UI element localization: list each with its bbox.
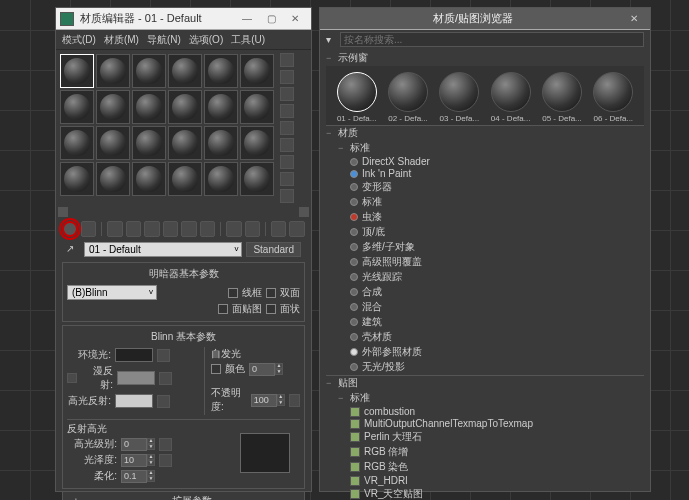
tool-map-nav-icon[interactable] [280, 189, 294, 203]
material-item[interactable]: 多维/子对象 [326, 240, 644, 255]
sample-slot[interactable] [240, 90, 274, 124]
scroll-right-icon[interactable] [299, 207, 309, 217]
get-material-button[interactable] [62, 221, 78, 237]
tool-options-icon[interactable] [280, 155, 294, 169]
material-item[interactable]: 顶/底 [326, 225, 644, 240]
tool-backlight-icon[interactable] [280, 70, 294, 84]
tool-sample-type-icon[interactable] [280, 53, 294, 67]
tool-video-check-icon[interactable] [280, 121, 294, 135]
tool-select-by-icon[interactable] [280, 172, 294, 186]
opacity-spinner[interactable]: ▲▼ [251, 394, 285, 407]
ambient-map-button[interactable] [157, 349, 170, 362]
put-to-lib-icon[interactable] [181, 221, 197, 237]
titlebar[interactable]: 材质编辑器 - 01 - Default — ▢ ✕ [56, 8, 311, 30]
faceted-checkbox[interactable] [266, 304, 276, 314]
sample-slot[interactable] [204, 126, 238, 160]
material-item[interactable]: 壳材质 [326, 330, 644, 345]
assign-to-sel-icon[interactable] [107, 221, 123, 237]
facemap-checkbox[interactable] [218, 304, 228, 314]
group-materials[interactable]: −材质 [326, 126, 644, 141]
sample-item[interactable]: 06 - Defa... [593, 72, 634, 123]
map-item[interactable]: Perlin 大理石 [326, 430, 644, 445]
sample-item[interactable]: 02 - Defa... [387, 72, 428, 123]
sample-slot[interactable] [204, 90, 238, 124]
menu-utils[interactable]: 工具(U) [231, 33, 265, 47]
map-item[interactable]: combustion [326, 406, 644, 418]
gloss-map-button[interactable] [159, 454, 172, 467]
titlebar[interactable]: 材质/贴图浏览器 ✕ [320, 8, 650, 30]
tool-preview-icon[interactable] [280, 138, 294, 152]
group-samples[interactable]: −示例窗 [326, 51, 644, 66]
sample-slot[interactable] [132, 90, 166, 124]
material-item[interactable]: 虫漆 [326, 210, 644, 225]
sample-slot[interactable] [96, 90, 130, 124]
sample-slot[interactable] [96, 126, 130, 160]
sample-slot[interactable] [168, 90, 202, 124]
map-item[interactable]: RGB 染色 [326, 460, 644, 475]
matid-icon[interactable] [200, 221, 216, 237]
sample-slot[interactable] [168, 162, 202, 196]
selfillum-spinner[interactable]: ▲▼ [249, 363, 283, 376]
sample-slot[interactable] [60, 126, 94, 160]
specular-map-button[interactable] [157, 395, 170, 408]
sample-item[interactable]: 03 - Defa... [439, 72, 480, 123]
sample-item[interactable]: 05 - Defa... [541, 72, 582, 123]
group-standard[interactable]: −标准 [326, 141, 644, 156]
map-item[interactable]: VR_天空贴图 [326, 487, 644, 500]
scroll-left-icon[interactable] [58, 207, 68, 217]
material-item[interactable]: DirectX Shader [326, 156, 644, 168]
make-unique-icon[interactable] [163, 221, 179, 237]
material-item[interactable]: 光线跟踪 [326, 270, 644, 285]
material-item[interactable]: 建筑 [326, 315, 644, 330]
search-menu-icon[interactable]: ▾ [326, 34, 336, 45]
minimize-button[interactable]: — [235, 10, 259, 28]
make-copy-icon[interactable] [144, 221, 160, 237]
sample-item[interactable]: 04 - Defa... [490, 72, 531, 123]
map-item[interactable]: VR_HDRI [326, 475, 644, 487]
sample-slot[interactable] [132, 54, 166, 88]
speclevel-map-button[interactable] [159, 438, 172, 451]
material-item[interactable]: 标准 [326, 195, 644, 210]
wire-checkbox[interactable] [228, 288, 238, 298]
specular-level-spinner[interactable]: ▲▼ [121, 438, 155, 451]
menu-options[interactable]: 选项(O) [189, 33, 223, 47]
sample-slot[interactable] [240, 54, 274, 88]
go-sibling-icon[interactable] [289, 221, 305, 237]
sample-slot[interactable] [240, 162, 274, 196]
material-item[interactable]: 高级照明覆盖 [326, 255, 644, 270]
menu-material[interactable]: 材质(M) [104, 33, 139, 47]
group-maps-standard[interactable]: −标准 [326, 391, 644, 406]
soften-spinner[interactable]: ▲▼ [121, 470, 155, 483]
ambient-swatch[interactable] [115, 348, 153, 362]
ad-lock-icon[interactable] [67, 373, 77, 383]
go-parent-icon[interactable] [271, 221, 287, 237]
selfillum-color-checkbox[interactable] [211, 364, 221, 374]
material-item[interactable]: 合成 [326, 285, 644, 300]
shader-combo[interactable]: (B)Blinn [67, 285, 157, 300]
show-end-icon[interactable] [245, 221, 261, 237]
maximize-button[interactable]: ▢ [259, 10, 283, 28]
sample-slot[interactable] [96, 162, 130, 196]
material-item[interactable]: 外部参照材质 [326, 345, 644, 360]
material-item[interactable]: 无光/投影 [326, 360, 644, 375]
material-type-button[interactable]: Standard [246, 242, 301, 257]
diffuse-map-button[interactable] [159, 372, 172, 385]
tool-background-icon[interactable] [280, 87, 294, 101]
sample-slot[interactable] [168, 126, 202, 160]
material-item[interactable]: Ink 'n Paint [326, 168, 644, 180]
twoside-checkbox[interactable] [266, 288, 276, 298]
sample-slot[interactable] [240, 126, 274, 160]
put-to-scene-icon[interactable] [81, 221, 97, 237]
group-maps[interactable]: −贴图 [326, 376, 644, 391]
pick-from-obj-icon[interactable]: ↗ [66, 243, 80, 257]
opacity-map-button[interactable] [289, 394, 300, 407]
gloss-spinner[interactable]: ▲▼ [121, 454, 155, 467]
specular-swatch[interactable] [115, 394, 153, 408]
reset-map-icon[interactable] [126, 221, 142, 237]
rollout-extended[interactable]: +扩展参数 [62, 491, 305, 500]
map-item[interactable]: RGB 倍增 [326, 445, 644, 460]
sample-slot[interactable] [60, 162, 94, 196]
sample-slot[interactable] [132, 162, 166, 196]
close-button[interactable]: ✕ [622, 10, 646, 28]
sample-slot[interactable] [204, 162, 238, 196]
